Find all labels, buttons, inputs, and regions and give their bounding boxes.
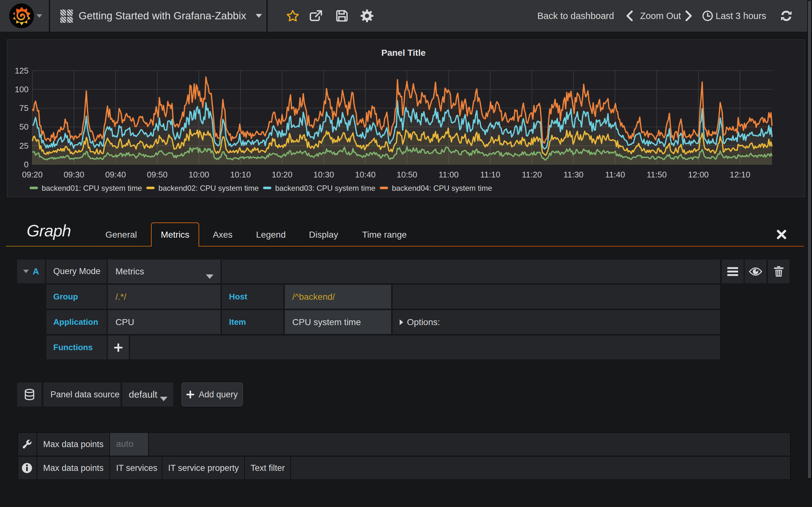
svg-text:10:40: 10:40: [355, 170, 375, 179]
svg-text:11:20: 11:20: [522, 170, 542, 179]
svg-text:09:40: 09:40: [105, 170, 126, 179]
svg-text:09:20: 09:20: [22, 170, 43, 179]
svg-text:0: 0: [24, 160, 29, 169]
svg-text:backend02: CPU system time: backend02: CPU system time: [158, 184, 258, 192]
svg-text:75: 75: [19, 103, 29, 113]
svg-text:12:00: 12:00: [688, 170, 709, 179]
svg-text:10:10: 10:10: [230, 170, 251, 179]
svg-text:Panel Title: Panel Title: [381, 48, 426, 58]
svg-text:10:30: 10:30: [313, 170, 334, 179]
svg-text:11:00: 11:00: [439, 170, 459, 179]
svg-text:10:50: 10:50: [397, 170, 417, 179]
svg-text:125: 125: [15, 66, 29, 75]
svg-text:10:00: 10:00: [189, 170, 209, 179]
svg-text:11:10: 11:10: [480, 170, 500, 179]
svg-text:backend03: CPU system time: backend03: CPU system time: [275, 184, 375, 192]
svg-text:backend04: CPU system time: backend04: CPU system time: [392, 184, 492, 192]
svg-text:11:40: 11:40: [605, 170, 625, 179]
svg-text:12:10: 12:10: [729, 170, 750, 179]
svg-text:11:50: 11:50: [647, 170, 667, 179]
svg-text:09:30: 09:30: [64, 170, 84, 179]
svg-text:backend01: CPU system time: backend01: CPU system time: [42, 184, 142, 192]
svg-text:10:20: 10:20: [272, 170, 293, 179]
svg-text:11:30: 11:30: [563, 170, 583, 179]
svg-text:50: 50: [19, 122, 29, 131]
svg-text:100: 100: [15, 84, 29, 94]
svg-text:09:50: 09:50: [147, 170, 167, 179]
svg-text:25: 25: [19, 141, 29, 151]
